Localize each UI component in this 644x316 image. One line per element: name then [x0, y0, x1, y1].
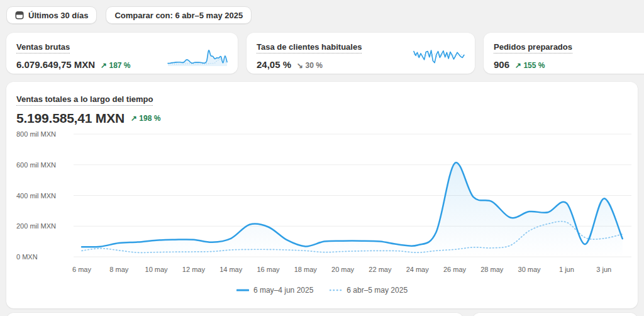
kpi-title-ventas-brutas[interactable]: Ventas brutas	[16, 42, 70, 54]
kpi-sparkline	[413, 48, 465, 67]
filter-bar: Últimos 30 días Comparar con: 6 abr–5 ma…	[6, 6, 252, 24]
svg-text:200 mil MXN: 200 mil MXN	[16, 222, 56, 230]
legend-label-current: 6 may–4 jun 2025	[253, 286, 313, 295]
compare-button[interactable]: Comparar con: 6 abr–5 may 2025	[106, 6, 252, 24]
kpi-title-tasa-clientes[interactable]: Tasa de clientes habituales	[257, 42, 362, 54]
kpi-value: 906	[494, 59, 509, 70]
trend-down-icon: ↘	[297, 61, 303, 70]
svg-text:0 MXN: 0 MXN	[16, 253, 38, 261]
svg-text:20 may: 20 may	[331, 266, 355, 273]
kpi-title-pedidos-preparados[interactable]: Pedidos preparados	[494, 42, 572, 54]
legend-item-current[interactable]: 6 may–4 jun 2025	[236, 286, 313, 295]
compare-label: Comparar con: 6 abr–5 may 2025	[114, 11, 243, 20]
legend-item-previous[interactable]: 6 abr–5 may 2025	[330, 286, 408, 295]
svg-text:26 may: 26 may	[443, 266, 467, 273]
kpi-value-row: 906 ↗ 155 %	[494, 59, 644, 70]
chart-legend: 6 may–4 jun 2025 6 abr–5 may 2025	[6, 286, 638, 295]
main-change-value: 198 %	[139, 114, 160, 123]
main-value-row: 5.199.585,41 MXN ↗ 198 %	[16, 111, 628, 126]
kpi-card-ventas-brutas: Ventas brutas 6.079.649,75 MXN ↗ 187 %	[6, 33, 238, 74]
main-change-badge: ↗ 198 %	[131, 114, 160, 123]
svg-text:6 may: 6 may	[72, 266, 91, 273]
svg-text:22 may: 22 may	[369, 266, 392, 273]
svg-text:14 may: 14 may	[219, 266, 243, 273]
solid-line-icon	[236, 289, 249, 291]
date-range-button[interactable]: Últimos 30 días	[6, 6, 97, 24]
svg-text:3 jun: 3 jun	[596, 266, 611, 273]
trend-up-icon: ↗	[101, 61, 107, 70]
kpi-change-badge: ↘ 30 %	[297, 61, 323, 70]
svg-text:600 mil MXN: 600 mil MXN	[16, 161, 56, 169]
kpi-change-value: 155 %	[523, 61, 545, 70]
kpi-change-badge: ↗ 187 %	[101, 61, 130, 70]
kpi-change-badge: ↗ 155 %	[515, 61, 545, 70]
svg-text:30 may: 30 may	[518, 266, 541, 273]
dotted-line-icon	[330, 289, 342, 291]
trend-up-icon: ↗	[515, 61, 521, 70]
sales-over-time-card: Ventas totales a lo largo del tiempo 5.1…	[6, 82, 638, 308]
svg-text:8 may: 8 may	[109, 266, 128, 273]
kpi-card-pedidos-preparados: Pedidos preparados 906 ↗ 155 %	[484, 33, 644, 74]
svg-text:12 may: 12 may	[182, 266, 206, 273]
svg-text:10 may: 10 may	[145, 266, 169, 273]
sales-over-time-title[interactable]: Ventas totales a lo largo del tiempo	[16, 94, 153, 106]
svg-text:16 may: 16 may	[257, 266, 280, 273]
kpi-sparkline	[167, 48, 228, 67]
analytics-dashboard: Últimos 30 días Comparar con: 6 abr–5 ma…	[0, 0, 644, 316]
main-chart-value: 5.199.585,41 MXN	[16, 111, 125, 126]
kpi-value: 6.079.649,75 MXN	[16, 59, 95, 70]
svg-text:1 jun: 1 jun	[559, 266, 574, 273]
svg-text:18 may: 18 may	[294, 266, 318, 273]
kpi-change-value: 187 %	[109, 61, 131, 70]
trend-up-icon: ↗	[131, 114, 137, 123]
sales-line-chart[interactable]: 0 MXN200 mil MXN400 mil MXN600 mil MXN80…	[6, 129, 638, 280]
svg-text:400 mil MXN: 400 mil MXN	[16, 192, 56, 200]
svg-text:28 may: 28 may	[480, 266, 504, 273]
svg-text:24 may: 24 may	[406, 266, 430, 273]
legend-label-previous: 6 abr–5 may 2025	[347, 286, 408, 295]
calendar-icon	[15, 11, 24, 20]
date-range-label: Últimos 30 días	[28, 11, 88, 20]
next-card-preview-left	[6, 313, 464, 316]
kpi-change-value: 30 %	[305, 61, 322, 70]
kpi-value: 24,05 %	[257, 59, 291, 70]
svg-text:800 mil MXN: 800 mil MXN	[16, 130, 56, 138]
kpi-card-tasa-clientes: Tasa de clientes habituales 24,05 % ↘ 30…	[247, 33, 475, 74]
next-card-preview-right	[472, 313, 638, 316]
